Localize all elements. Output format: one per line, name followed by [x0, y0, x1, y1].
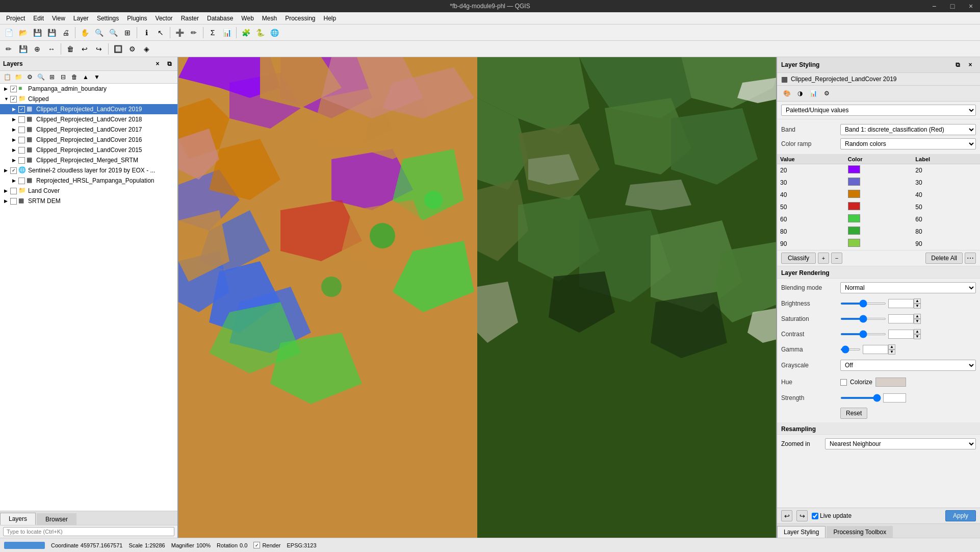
cell-color-2[interactable] [845, 189, 913, 201]
check-lc-group[interactable] [10, 188, 17, 194]
menu-item-processing[interactable]: Processing [281, 14, 319, 23]
cell-color-0[interactable] [845, 164, 913, 177]
collapse-all-btn[interactable]: ⊟ [58, 72, 68, 82]
undo-style-btn[interactable]: ↩ [781, 510, 792, 521]
move-up-btn[interactable]: ▲ [81, 72, 91, 82]
contrast-down[interactable]: ▼ [914, 334, 921, 339]
rendering-icon-btn[interactable]: ⚙ [821, 88, 832, 99]
color-row-5[interactable]: 80 80 [777, 225, 980, 238]
save-as-btn[interactable]: 💾 [45, 26, 58, 39]
close-button[interactable]: × [962, 0, 980, 12]
tab-browser[interactable]: Browser [37, 513, 76, 525]
more-options-btn[interactable]: ⋯ [965, 253, 976, 264]
snap-btn[interactable]: 🔲 [111, 42, 124, 56]
adv-edit-btn[interactable]: ⚙ [125, 42, 139, 56]
remove-layer-btn[interactable]: 🗑 [69, 72, 80, 82]
check-lc2017[interactable] [18, 127, 25, 133]
transparency-icon-btn[interactable]: ◑ [794, 88, 806, 99]
styling-close-btn[interactable]: × [965, 59, 976, 70]
brightness-value[interactable]: 0 [888, 299, 914, 308]
color-row-1[interactable]: 30 30 [777, 177, 980, 189]
brightness-slider[interactable] [840, 303, 886, 305]
strength-value[interactable]: 100% [883, 393, 906, 403]
layer-landcover-2019[interactable]: ▶ ▦ Clipped_Reprojected_LandCover 2019 [0, 104, 177, 114]
zoom-out-btn[interactable]: 🔍 [107, 26, 120, 39]
color-row-0[interactable]: 20 20 [777, 164, 980, 177]
cell-color-5[interactable] [845, 225, 913, 238]
contrast-slider[interactable] [840, 333, 886, 335]
brightness-up[interactable]: ▲ [914, 298, 921, 304]
select-btn[interactable]: ↖ [154, 26, 167, 39]
redo-btn[interactable]: ↪ [92, 42, 106, 56]
statistics-btn[interactable]: 📊 [220, 26, 234, 39]
gamma-down[interactable]: ▼ [888, 349, 895, 355]
group-clipped[interactable]: ▼ 📁 Clipped [0, 94, 177, 104]
open-layer-properties-btn[interactable]: 📋 [2, 72, 12, 82]
tab-layer-styling[interactable]: Layer Styling [777, 526, 826, 538]
save-btn[interactable]: 💾 [31, 26, 44, 39]
swatch-1[interactable] [848, 178, 860, 186]
check-clipped[interactable] [10, 96, 17, 103]
check-lc2016[interactable] [18, 137, 25, 143]
swatch-2[interactable] [848, 190, 860, 198]
contrast-up[interactable]: ▲ [914, 329, 921, 334]
menu-item-vector[interactable]: Vector [151, 14, 177, 23]
symbology-icon-btn[interactable]: 🎨 [781, 88, 792, 99]
swatch-3[interactable] [848, 202, 860, 210]
menu-item-web[interactable]: Web [237, 14, 257, 23]
color-row-2[interactable]: 40 40 [777, 189, 980, 201]
color-row-3[interactable]: 50 50 [777, 201, 980, 213]
cell-color-6[interactable] [845, 238, 913, 250]
zoom-full-btn[interactable]: ⊞ [121, 26, 134, 39]
pan-btn[interactable]: ✋ [78, 26, 91, 39]
swatch-6[interactable] [848, 239, 860, 247]
check-hrsl[interactable] [18, 178, 25, 184]
zoom-in-btn[interactable]: 🔍 [92, 26, 106, 39]
color-row-6[interactable]: 90 90 [777, 238, 980, 250]
new-project-btn[interactable]: 📄 [2, 26, 15, 39]
node-btn[interactable]: ◈ [140, 42, 153, 56]
renderer-select[interactable]: Paletted/Unique values [781, 105, 976, 116]
styling-float-btn[interactable]: ⧉ [952, 59, 963, 70]
color-ramp-select[interactable]: Random colors [840, 138, 976, 149]
group-landcover[interactable]: ▶ 📁 Land Cover [0, 186, 177, 196]
tab-layers[interactable]: Layers [0, 513, 36, 525]
add-layer-btn[interactable]: ➕ [173, 26, 186, 39]
contrast-value[interactable]: 0 [888, 330, 914, 339]
menu-item-view[interactable]: View [48, 14, 69, 23]
layer-landcover-2015[interactable]: ▶ ▦ Clipped_Reprojected_LandCover 2015 [0, 145, 177, 155]
digitize-btn[interactable]: ✏ [187, 26, 200, 39]
check-lc2018[interactable] [18, 116, 25, 123]
menu-item-database[interactable]: Database [203, 14, 237, 23]
delete-all-button[interactable]: Delete All [925, 253, 963, 264]
check-sentinel[interactable] [10, 167, 17, 174]
layer-srtm-dem[interactable]: ▶ ▦ SRTM DEM [0, 196, 177, 206]
reset-button[interactable]: Reset [840, 408, 867, 419]
menu-item-help[interactable]: Help [320, 14, 341, 23]
menu-item-project[interactable]: Project [2, 14, 29, 23]
menu-item-edit[interactable]: Edit [29, 14, 48, 23]
browser-btn[interactable]: 🌐 [268, 26, 281, 39]
expand-all-btn[interactable]: ⊞ [47, 72, 57, 82]
render-checkbox[interactable]: ✓ [253, 542, 260, 548]
menu-item-mesh[interactable]: Mesh [258, 14, 281, 23]
cell-color-4[interactable] [845, 213, 913, 225]
open-btn[interactable]: 📂 [16, 26, 30, 39]
layer-merged-srtm[interactable]: ▶ ▦ Clipped_Reprojected_Merged_SRTM [0, 155, 177, 165]
layer-sentinel2[interactable]: ▶ 🌐 Sentinel-2 cloudless layer for 2019 … [0, 165, 177, 175]
saturation-slider[interactable] [840, 318, 886, 320]
print-btn[interactable]: 🖨 [59, 26, 72, 39]
gamma-up[interactable]: ▲ [888, 344, 895, 349]
strength-slider[interactable] [840, 397, 881, 399]
minimize-button[interactable]: − [925, 0, 943, 12]
menu-item-settings[interactable]: Settings [93, 14, 123, 23]
calculator-btn[interactable]: Σ [206, 26, 219, 39]
menu-item-raster[interactable]: Raster [177, 14, 203, 23]
classify-button[interactable]: Classify [781, 253, 816, 264]
check-lc2015[interactable] [18, 147, 25, 154]
check-lc2019[interactable] [18, 106, 25, 113]
check-dem[interactable] [10, 198, 17, 205]
layer-pampanga-admin[interactable]: ▶ ■ Pampanga_admin_boundary [0, 84, 177, 94]
move-feature-btn[interactable]: ↔ [45, 42, 58, 56]
manage-layers-btn[interactable]: ⚙ [24, 72, 35, 82]
